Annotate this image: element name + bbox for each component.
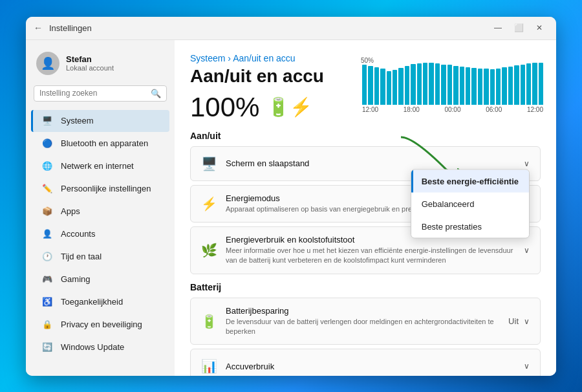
nav-label-apps: Apps	[61, 206, 80, 216]
chart-bar	[405, 66, 409, 104]
sidebar-item-privacy[interactable]: 🔒 Privacy en beveiliging	[31, 314, 169, 336]
nav-label-gaming: Gaming	[61, 274, 91, 284]
settings-row-accuverbruik[interactable]: 📊 Accuverbruik ∨	[191, 349, 540, 375]
sections-container: Aan/uit 🖥️ Scherm en slaapstand ∨ ⚡ Ener…	[190, 131, 541, 376]
sidebar-item-gaming[interactable]: 🎮 Gaming	[31, 268, 169, 290]
chevron-icon-accuverbruik: ∨	[524, 362, 530, 371]
chart-bar	[393, 70, 397, 104]
chart-bar	[484, 69, 488, 104]
chart-bar	[508, 67, 513, 105]
row-value-batterijbesparing: Uit	[508, 316, 519, 326]
sidebar-item-apps[interactable]: 📦 Apps	[31, 201, 169, 223]
nav-icon-accounts: 👤	[41, 228, 53, 240]
row-desc-energieverbruik: Meer informatie over hoe u met het kieze…	[226, 246, 515, 266]
nav-icon-privacy: 🔒	[41, 319, 53, 331]
search-box[interactable]: 🔍	[34, 85, 167, 102]
row-icon-energieverbruik: 🌿	[201, 243, 217, 258]
row-label-scherm: Scherm en slaapstand	[226, 158, 515, 168]
search-icon: 🔍	[151, 89, 161, 98]
chart-bar	[435, 63, 440, 104]
sidebar-item-netwerk[interactable]: 🌐 Netwerk en internet	[31, 155, 169, 177]
chart-bar	[447, 65, 452, 104]
nav-icon-netwerk: 🌐	[41, 160, 53, 172]
chart-bar	[514, 65, 519, 104]
restore-button[interactable]: ⬜	[510, 19, 528, 37]
nav-label-netwerk: Netwerk en internet	[61, 161, 134, 171]
sidebar-item-toegankelijk[interactable]: ♿ Toegankelijkheid	[31, 291, 169, 313]
row-label-accuverbruik: Accuverbruik	[226, 362, 515, 371]
sidebar-item-accounts[interactable]: 👤 Accounts	[31, 223, 169, 245]
breadcrumb-sep: ›	[228, 53, 233, 63]
chart-bar	[521, 65, 525, 105]
chart-50-label: 50%	[361, 57, 374, 64]
row-right-accuverbruik: ∨	[524, 362, 530, 371]
chart-x-label: 12:00	[527, 106, 543, 113]
chart-bar	[411, 64, 415, 104]
sidebar: 👤 Stefan Lokaal account 🔍 🖥️ Systeem 🔵 B…	[26, 40, 175, 376]
sidebar-item-bluetooth[interactable]: 🔵 Bluetooth en apparaten	[31, 133, 169, 155]
row-right-energieverbruik: ∨	[524, 246, 530, 255]
settings-card-batterijbesparing: 🔋 Batterijbesparing De levensduur van de…	[190, 298, 541, 345]
nav-label-update: Windows Update	[61, 342, 124, 352]
chart-x-labels: 12:0018:0000:0006:0012:00	[362, 106, 543, 113]
row-icon-accuverbruik: 📊	[201, 358, 217, 374]
nav-label-tijd: Tijd en taal	[61, 252, 102, 261]
row-text-batterijbesparing: Batterijbesparing De levensduur van de b…	[226, 306, 499, 337]
sidebar-item-systeem[interactable]: 🖥️ Systeem	[31, 110, 169, 132]
chart-bar	[380, 69, 385, 104]
battery-chart: 50% 12:0018:0000:0006:0012:00	[362, 53, 543, 118]
chart-bar	[362, 65, 367, 105]
main-content: 👤 Stefan Lokaal account 🔍 🖥️ Systeem 🔵 B…	[26, 40, 556, 376]
breadcrumb-current: Aan/uit en accu	[233, 53, 296, 63]
nav-label-toegankelijk: Toegankelijkheid	[61, 297, 123, 307]
nav-label-persoonlijk: Persoonlijke instellingen	[61, 184, 151, 193]
battery-percent: 100%	[190, 92, 259, 123]
nav-icon-tijd: 🕐	[41, 251, 53, 263]
chart-bar	[453, 66, 458, 105]
settings-card-accuverbruik: 📊 Accuverbruik ∨	[190, 349, 541, 375]
row-text-accuverbruik: Accuverbruik	[226, 362, 515, 371]
chevron-icon-energieverbruik: ∨	[524, 246, 530, 255]
dropdown-item-beste-energie-efficiëntie[interactable]: Beste energie-efficiëntie	[411, 169, 529, 192]
nav-icon-gaming: 🎮	[41, 274, 53, 285]
dropdown-item-gebalanceerd[interactable]: Gebalanceerd	[411, 192, 529, 215]
chart-bar	[423, 63, 427, 105]
chart-bar	[496, 69, 501, 105]
chart-bars	[362, 60, 543, 105]
settings-row-batterijbesparing[interactable]: 🔋 Batterijbesparing De levensduur van de…	[191, 298, 540, 345]
window-controls: — ⬜ ✕	[489, 19, 548, 37]
search-input[interactable]	[39, 89, 147, 98]
sidebar-item-persoonlijk[interactable]: ✏️ Persoonlijke instellingen	[31, 178, 169, 200]
nav-label-privacy: Privacy en beveiliging	[61, 320, 142, 329]
minimize-button[interactable]: —	[489, 19, 507, 37]
chart-bar	[441, 65, 446, 105]
close-button[interactable]: ✕	[530, 19, 548, 37]
nav-icon-bluetooth: 🔵	[41, 138, 53, 149]
chart-bar	[526, 63, 531, 104]
row-right-scherm: ∨	[524, 159, 530, 168]
chart-x-label: 00:00	[444, 106, 460, 113]
chart-bar	[478, 69, 482, 105]
row-text-energieverbruik: Energieverbruik en koolstofuitstoot Meer…	[226, 235, 515, 266]
chart-bar	[368, 66, 372, 105]
chevron-icon-batterijbesparing: ∨	[524, 317, 530, 326]
user-info: 👤 Stefan Lokaal account	[26, 47, 175, 85]
breadcrumb-parent[interactable]: Systeem	[190, 53, 225, 63]
chart-x-label: 18:00	[404, 106, 420, 113]
sidebar-item-tijd[interactable]: 🕐 Tijd en taal	[31, 246, 169, 268]
chart-bar	[466, 67, 470, 104]
section-title-batterij: Batterij	[190, 282, 541, 292]
sidebar-item-update[interactable]: 🔄 Windows Update	[31, 336, 169, 358]
settings-window: ← Instellingen — ⬜ ✕ 👤 Stefan Lokaal acc…	[26, 17, 556, 376]
nav-label-systeem: Systeem	[61, 116, 94, 125]
dropdown-item-beste-prestaties[interactable]: Beste prestaties	[411, 215, 529, 237]
window-title: Instellingen	[49, 23, 489, 33]
nav-icon-toegankelijk: ♿	[41, 296, 53, 308]
row-desc-batterijbesparing: De levensduur van de batterij verlengen …	[226, 317, 499, 337]
battery-charging-icon: 🔋⚡	[267, 96, 312, 118]
row-text-scherm: Scherm en slaapstand	[226, 158, 515, 168]
back-button[interactable]: ←	[34, 23, 43, 33]
nav-icon-apps: 📦	[41, 206, 53, 217]
row-icon-energiemodus: ⚡	[201, 196, 217, 212]
row-icon-scherm: 🖥️	[201, 156, 217, 171]
